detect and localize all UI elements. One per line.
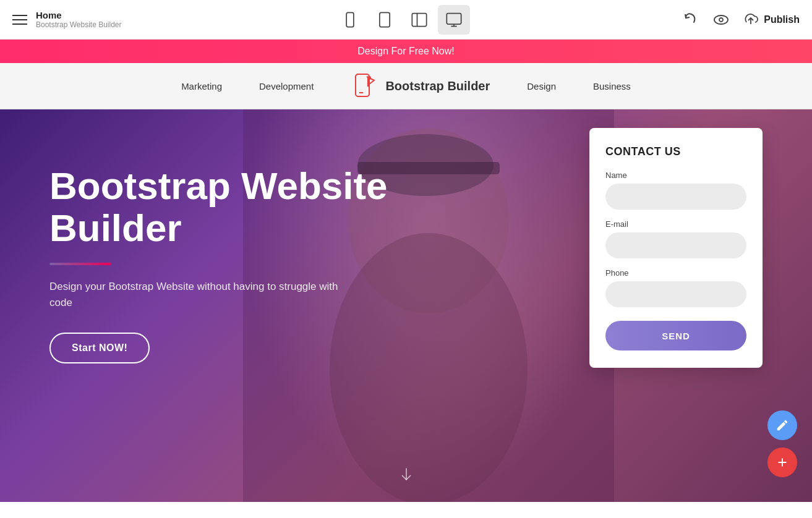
desktop-view-button[interactable] (438, 5, 470, 35)
svg-rect-6 (447, 13, 461, 24)
hero-content: Bootstrap Website Builder Design your Bo… (49, 165, 470, 363)
undo-icon (682, 11, 699, 28)
contact-name-input[interactable] (605, 184, 746, 210)
scroll-down[interactable] (398, 466, 415, 483)
hero-divider (49, 263, 111, 265)
add-fab-button[interactable] (767, 448, 797, 477)
hero-subtitle: Design your Bootstrap Website without ha… (49, 279, 346, 310)
brand-logo: Bootstrap Builder (351, 72, 490, 100)
eye-icon (712, 11, 730, 29)
contact-name-label: Name (605, 171, 746, 180)
svg-rect-0 (346, 12, 354, 27)
svg-point-14 (367, 76, 371, 80)
tablet-view-button[interactable] (369, 5, 401, 35)
device-selector (334, 5, 470, 35)
split-view-button[interactable] (403, 5, 435, 35)
page-title: Home (36, 10, 122, 20)
top-bar-title: Home Bootstrap Website Builder (36, 10, 122, 29)
split-view-icon (411, 11, 428, 28)
contact-phone-label: Phone (605, 268, 746, 278)
contact-phone-field: Phone (605, 268, 746, 307)
tablet-icon (376, 11, 393, 28)
contact-card: CONTACT US Name E-mail Phone SEND (589, 128, 763, 368)
fab-area (767, 410, 797, 477)
promo-text: Design For Free Now! (357, 46, 455, 56)
desktop-icon (445, 11, 463, 28)
svg-rect-2 (380, 12, 390, 27)
contact-email-label: E-mail (605, 219, 746, 229)
contact-phone-input[interactable] (605, 281, 746, 307)
brand-name: Bootstrap Builder (385, 79, 490, 93)
preview-button[interactable] (712, 11, 730, 29)
top-bar-right: Publish (682, 11, 800, 29)
nav-item-development[interactable]: Development (259, 81, 314, 91)
nav-item-marketing[interactable]: Marketing (181, 81, 222, 91)
svg-rect-4 (412, 13, 426, 26)
contact-email-input[interactable] (605, 232, 746, 258)
hero-title: Bootstrap Website Builder (49, 165, 470, 249)
page-subtitle: Bootstrap Website Builder (36, 20, 122, 29)
nav-item-business[interactable]: Business (593, 81, 631, 91)
svg-point-9 (714, 15, 728, 24)
svg-point-10 (719, 18, 723, 22)
mobile-icon (341, 11, 359, 28)
upload-cloud-icon (743, 12, 759, 28)
promo-bar[interactable]: Design For Free Now! (0, 40, 812, 63)
undo-button[interactable] (682, 11, 699, 28)
plus-icon (776, 456, 789, 469)
hamburger-menu-icon[interactable] (12, 15, 27, 25)
contact-title: CONTACT US (605, 145, 746, 158)
contact-name-field: Name (605, 171, 746, 210)
contact-email-field: E-mail (605, 219, 746, 258)
send-button[interactable]: SEND (605, 321, 746, 350)
nav-item-design[interactable]: Design (527, 81, 556, 91)
mobile-view-button[interactable] (334, 5, 366, 35)
hero-cta-button[interactable]: Start NOW! (49, 333, 150, 363)
pencil-icon (776, 418, 789, 432)
top-bar-left: Home Bootstrap Website Builder (12, 10, 122, 29)
nav-bar: Marketing Development Bootstrap Builder … (0, 63, 812, 109)
publish-button[interactable]: Publish (743, 12, 800, 28)
top-bar: Home Bootstrap Website Builder (0, 0, 812, 40)
brand-logo-icon (351, 72, 379, 100)
edit-fab-button[interactable] (767, 410, 797, 440)
hero-section: Bootstrap Website Builder Design your Bo… (0, 109, 812, 502)
scroll-down-icon (398, 466, 415, 483)
